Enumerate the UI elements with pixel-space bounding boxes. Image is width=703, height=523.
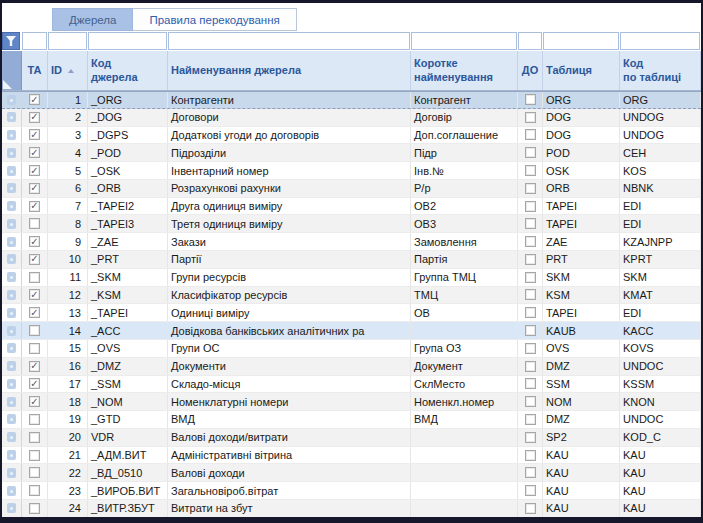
- table-row[interactable]: 4 _POD Підрозділи Підр POD CEH: [2, 144, 701, 162]
- do-checkbox[interactable]: [525, 485, 536, 496]
- table-row[interactable]: 18 _NOM Номенклатурні номери Номенкл.ном…: [2, 393, 701, 411]
- table-row[interactable]: 19 _GTD ВМД ВМД DMZ UNDOC: [2, 411, 701, 429]
- ta-checkbox[interactable]: [29, 503, 40, 514]
- ta-checkbox[interactable]: [29, 94, 40, 105]
- ta-checkbox[interactable]: [29, 485, 40, 496]
- table-row[interactable]: 17 _SSM Складо-місця СклМесто SSM KSSM: [2, 376, 701, 394]
- ta-checkbox[interactable]: [29, 129, 40, 140]
- table-row[interactable]: 22 _ВД_0510 Валові доходи KAU KAU: [2, 464, 701, 482]
- filter-button[interactable]: [2, 32, 20, 50]
- ta-checkbox[interactable]: [29, 450, 40, 461]
- column-header-ta[interactable]: TA: [22, 51, 48, 90]
- ta-checkbox[interactable]: [29, 165, 40, 176]
- do-checkbox[interactable]: [525, 467, 536, 478]
- do-checkbox[interactable]: [525, 165, 536, 176]
- do-checkbox[interactable]: [525, 396, 536, 407]
- ta-checkbox[interactable]: [29, 307, 40, 318]
- tab-sources[interactable]: Джерела: [52, 8, 133, 31]
- do-checkbox[interactable]: [525, 361, 536, 372]
- table-row[interactable]: 10 _PRT Партії Партія PRT KPRT: [2, 251, 701, 269]
- do-checkbox[interactable]: [525, 378, 536, 389]
- do-checkbox[interactable]: [525, 325, 536, 336]
- table-row[interactable]: 8 _TAPEI3 Третя одиниця виміру ОВ3 TAPEI…: [2, 215, 701, 233]
- do-checkbox[interactable]: [525, 414, 536, 425]
- row-marker-icon: [7, 468, 16, 478]
- column-header-name[interactable]: Найменування джерела: [168, 51, 411, 90]
- table-row[interactable]: 1 _ORG Контрагенти Контрагент ORG ORG: [2, 91, 701, 109]
- table-row[interactable]: 14 _ACC Довідкова банківських аналітични…: [2, 322, 701, 340]
- do-checkbox[interactable]: [525, 201, 536, 212]
- filter-cell-table[interactable]: [543, 32, 619, 50]
- column-header-table-code[interactable]: Код по таблиці: [620, 51, 701, 90]
- filter-cell-ta[interactable]: [22, 32, 47, 50]
- do-checkbox[interactable]: [525, 343, 536, 354]
- table-row[interactable]: 3 _DGPS Додаткові угоди до договорів Доп…: [2, 127, 701, 145]
- table-code-cell: NBNK: [620, 180, 701, 197]
- ta-checkbox[interactable]: [29, 236, 40, 247]
- column-header-id[interactable]: ID: [48, 51, 88, 90]
- ta-checkbox[interactable]: [29, 112, 40, 123]
- ta-checkbox[interactable]: [29, 183, 40, 194]
- ta-checkbox-cell: [22, 358, 48, 375]
- ta-checkbox[interactable]: [29, 147, 40, 158]
- table-cell: NOM: [543, 393, 620, 410]
- do-checkbox[interactable]: [525, 183, 536, 194]
- do-checkbox[interactable]: [525, 147, 536, 158]
- table-row[interactable]: 5 _OSK Інвентарний номер Інв.№ OSK KOS: [2, 162, 701, 180]
- table-row[interactable]: 24 _ВИТР.ЗБУТ Витрати на збут KAU KAU: [2, 500, 701, 518]
- ta-checkbox[interactable]: [29, 343, 40, 354]
- do-checkbox[interactable]: [525, 236, 536, 247]
- select-all-corner[interactable]: [2, 51, 22, 90]
- tab-recode-rules[interactable]: Правила перекодування: [133, 8, 296, 31]
- table-cell: SSM: [543, 376, 620, 393]
- do-checkbox[interactable]: [525, 289, 536, 300]
- table-row[interactable]: 13 _TAPEI Одиниці виміру ОВ TAPEI EDI: [2, 304, 701, 322]
- table-row[interactable]: 16 _DMZ Документи Документ DMZ UNDOC: [2, 358, 701, 376]
- ta-checkbox[interactable]: [29, 396, 40, 407]
- do-checkbox[interactable]: [525, 272, 536, 283]
- ta-checkbox[interactable]: [29, 201, 40, 212]
- column-header-table[interactable]: Таблиця: [543, 51, 620, 90]
- table-row[interactable]: 2 _DOG Договори Договір DOG UNDOG: [2, 109, 701, 127]
- column-header-short-name[interactable]: Коротке найменування: [411, 51, 518, 90]
- ta-checkbox[interactable]: [29, 325, 40, 336]
- do-checkbox[interactable]: [525, 450, 536, 461]
- ta-checkbox[interactable]: [29, 272, 40, 283]
- filter-cell-id[interactable]: [48, 32, 87, 50]
- ta-checkbox[interactable]: [29, 467, 40, 478]
- table-row[interactable]: 12 _KSM Класифікатор ресурсів ТМЦ KSM KM…: [2, 287, 701, 305]
- ta-checkbox[interactable]: [29, 218, 40, 229]
- table-row[interactable]: 11 _SKM Групи ресурсів Группа ТМЦ SKM SK…: [2, 269, 701, 287]
- filter-cell-short-name[interactable]: [411, 32, 517, 50]
- do-checkbox[interactable]: [525, 432, 536, 443]
- do-checkbox[interactable]: [525, 254, 536, 265]
- table-code-cell: KMAT: [620, 287, 701, 304]
- do-checkbox[interactable]: [525, 112, 536, 123]
- filter-cell-table-code[interactable]: [620, 32, 700, 50]
- ta-checkbox[interactable]: [29, 361, 40, 372]
- ta-checkbox[interactable]: [29, 414, 40, 425]
- filter-cell-code[interactable]: [88, 32, 167, 50]
- do-checkbox[interactable]: [525, 94, 536, 105]
- filter-cell-do[interactable]: [518, 32, 542, 50]
- do-checkbox[interactable]: [525, 129, 536, 140]
- table-row[interactable]: 20 VDR Валові доходи/витрати SP2 KOD_C: [2, 429, 701, 447]
- ta-checkbox[interactable]: [29, 378, 40, 389]
- column-header-do[interactable]: ДО: [518, 51, 543, 90]
- ta-checkbox[interactable]: [29, 432, 40, 443]
- ta-checkbox[interactable]: [29, 289, 40, 300]
- filter-cell-name[interactable]: [168, 32, 410, 50]
- table-row[interactable]: 21 _АДМ.ВИТ Адміністративні вітрина KAU …: [2, 447, 701, 465]
- do-checkbox[interactable]: [525, 503, 536, 514]
- table-row[interactable]: 7 _TAPEI2 Друга одиниця виміру ОВ2 TAPEI…: [2, 198, 701, 216]
- table-row[interactable]: 6 _ORB Розрахункові рахунки Р/р ORB NBNK: [2, 180, 701, 198]
- do-checkbox[interactable]: [525, 307, 536, 318]
- table-row[interactable]: 23 _ВИРОБ.ВИТ Загальновіроб.вітрат KAU K…: [2, 482, 701, 500]
- do-checkbox[interactable]: [525, 218, 536, 229]
- ta-checkbox[interactable]: [29, 254, 40, 265]
- source-code-cell: _NOM: [88, 393, 168, 410]
- table-row[interactable]: 15 _OVS Групи ОС Група ОЗ OVS KOVS: [2, 340, 701, 358]
- id-cell: 20: [48, 429, 88, 446]
- table-row[interactable]: 9 _ZAE Закази Замовлення ZAE KZAJNPP: [2, 233, 701, 251]
- column-header-code[interactable]: Код джерела: [88, 51, 168, 90]
